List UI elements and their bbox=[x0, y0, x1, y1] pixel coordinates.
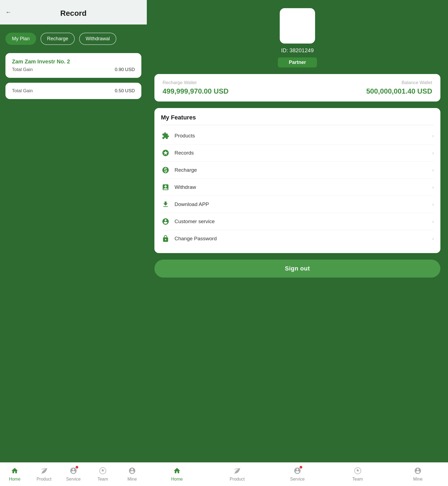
service-icon-right bbox=[293, 466, 302, 476]
nav-service-right[interactable]: Service bbox=[287, 466, 308, 482]
recharge-wallet-label: Recharge Wallet bbox=[163, 80, 229, 85]
feature-left-download: Download APP bbox=[161, 200, 209, 209]
feature-label-records: Records bbox=[175, 150, 194, 156]
chevron-recharge: › bbox=[432, 167, 434, 173]
tab-my-plan[interactable]: My Plan bbox=[5, 33, 36, 45]
gain-value-2: 0.50 USD bbox=[115, 88, 135, 94]
mine-icon-right bbox=[413, 466, 423, 476]
service-icon-left bbox=[69, 466, 78, 476]
features-title: My Features bbox=[161, 114, 434, 121]
nav-label-service-left: Service bbox=[66, 477, 80, 482]
balance-wallet-value: 500,000,001.40 USD bbox=[366, 87, 432, 96]
nav-home-left[interactable]: Home bbox=[4, 466, 26, 482]
back-button[interactable]: ← bbox=[5, 9, 11, 16]
tab-withdrawal[interactable]: Withdrawal bbox=[79, 33, 116, 45]
nav-label-service-right: Service bbox=[290, 477, 304, 482]
feature-products[interactable]: Products › bbox=[161, 127, 434, 144]
records-icon bbox=[161, 148, 170, 158]
feature-withdraw[interactable]: Withdraw › bbox=[161, 179, 434, 196]
chevron-withdraw: › bbox=[432, 184, 434, 190]
bottom-nav-left: Home Product Service Team Mine bbox=[0, 462, 147, 486]
feature-label-customer: Customer service bbox=[175, 219, 215, 224]
gain-value-1: 0.90 USD bbox=[115, 67, 135, 72]
download-icon bbox=[161, 200, 170, 209]
chevron-records: › bbox=[432, 150, 434, 156]
plan-card-2: Total Gain 0.50 USD bbox=[5, 83, 141, 99]
feature-customer-service[interactable]: Customer service › bbox=[161, 213, 434, 230]
left-content: My Plan Recharge Withdrawal Zam Zam Inve… bbox=[0, 24, 147, 462]
nav-label-mine-left: Mine bbox=[127, 477, 137, 482]
feature-left-password: Change Password bbox=[161, 234, 217, 243]
product-icon-left bbox=[39, 466, 49, 476]
gain-label-2: Total Gain bbox=[12, 88, 33, 94]
team-icon-right bbox=[353, 466, 363, 476]
home-icon-left bbox=[10, 466, 20, 476]
feature-left-recharge: Recharge bbox=[161, 165, 197, 175]
avatar-section: ID: 38201249 Partner bbox=[278, 8, 317, 67]
plan-title-1: Zam Zam Investr No. 2 bbox=[12, 59, 135, 65]
nav-label-product-left: Product bbox=[36, 477, 51, 482]
left-header: ← Record bbox=[0, 0, 147, 24]
partner-badge: Partner bbox=[278, 57, 317, 67]
customer-service-icon bbox=[161, 217, 170, 226]
nav-home-right[interactable]: Home bbox=[166, 466, 188, 482]
service-badge-left bbox=[76, 466, 78, 469]
feature-recharge[interactable]: Recharge › bbox=[161, 162, 434, 179]
right-panel: ID: 38201249 Partner Recharge Wallet 499… bbox=[147, 0, 448, 486]
nav-label-product-right: Product bbox=[230, 477, 245, 482]
chevron-customer: › bbox=[432, 219, 434, 224]
withdraw-icon bbox=[161, 183, 170, 192]
feature-left-customer: Customer service bbox=[161, 217, 215, 226]
feature-label-password: Change Password bbox=[175, 236, 217, 242]
feature-change-password[interactable]: Change Password › bbox=[161, 230, 434, 247]
feature-left-products: Products bbox=[161, 131, 195, 140]
balance-wallet-label: Balance Wallet bbox=[366, 80, 432, 85]
nav-label-home-left: Home bbox=[9, 477, 21, 482]
plan-card-1: Zam Zam Investr No. 2 Total Gain 0.90 US… bbox=[5, 53, 141, 78]
feature-left-withdraw: Withdraw bbox=[161, 183, 196, 192]
plan-row-2: Total Gain 0.50 USD bbox=[12, 88, 135, 94]
service-badge-right bbox=[300, 466, 302, 469]
nav-product-left[interactable]: Product bbox=[33, 466, 55, 482]
mine-icon-left bbox=[127, 466, 137, 476]
feature-label-download: Download APP bbox=[175, 201, 209, 207]
wallet-card: Recharge Wallet 499,999,970.00 USD Balan… bbox=[154, 74, 440, 101]
feature-label-products: Products bbox=[175, 133, 195, 139]
tab-row: My Plan Recharge Withdrawal bbox=[5, 33, 141, 45]
nav-mine-right[interactable]: Mine bbox=[407, 466, 429, 482]
recharge-wallet-value: 499,999,970.00 USD bbox=[163, 87, 229, 96]
nav-label-home-right: Home bbox=[171, 477, 183, 482]
chevron-password: › bbox=[432, 236, 434, 242]
gain-label-1: Total Gain bbox=[12, 67, 33, 72]
chevron-download: › bbox=[432, 202, 434, 207]
nav-label-mine-right: Mine bbox=[413, 477, 423, 482]
features-divider bbox=[161, 125, 434, 125]
recharge-wallet: Recharge Wallet 499,999,970.00 USD bbox=[163, 80, 229, 96]
balance-wallet: Balance Wallet 500,000,001.40 USD bbox=[366, 80, 432, 96]
nav-team-left[interactable]: Team bbox=[92, 466, 114, 482]
chevron-products: › bbox=[432, 133, 434, 139]
signout-button[interactable]: Sign out bbox=[154, 260, 440, 278]
tab-recharge[interactable]: Recharge bbox=[41, 33, 75, 45]
avatar bbox=[280, 8, 315, 44]
feature-label-recharge: Recharge bbox=[175, 167, 197, 173]
feature-records[interactable]: Records › bbox=[161, 144, 434, 162]
recharge-icon bbox=[161, 165, 170, 175]
feature-left-records: Records bbox=[161, 148, 194, 158]
lock-icon bbox=[161, 234, 170, 243]
nav-label-team-left: Team bbox=[97, 477, 108, 482]
nav-label-team-right: Team bbox=[352, 477, 363, 482]
feature-download[interactable]: Download APP › bbox=[161, 196, 434, 213]
nav-team-right[interactable]: Team bbox=[347, 466, 369, 482]
right-content: ID: 38201249 Partner Recharge Wallet 499… bbox=[147, 0, 448, 462]
user-id: ID: 38201249 bbox=[281, 47, 314, 54]
nav-product-right[interactable]: Product bbox=[226, 466, 248, 482]
feature-label-withdraw: Withdraw bbox=[175, 184, 196, 190]
left-panel: ← Record My Plan Recharge Withdrawal Zam… bbox=[0, 0, 147, 486]
product-icon-right bbox=[232, 466, 242, 476]
nav-mine-left[interactable]: Mine bbox=[121, 466, 143, 482]
bottom-nav-right: Home Product Service Team Mine bbox=[147, 462, 448, 486]
nav-service-left[interactable]: Service bbox=[63, 466, 84, 482]
team-icon-left bbox=[98, 466, 108, 476]
features-card: My Features Products › Records bbox=[154, 108, 440, 253]
